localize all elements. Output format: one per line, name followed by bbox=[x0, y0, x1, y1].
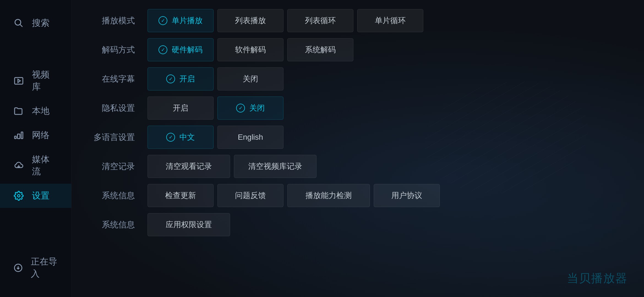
label-feedback: 问题反馈 bbox=[235, 190, 266, 201]
sidebar-label-settings: 设置 bbox=[32, 190, 50, 202]
search-icon bbox=[13, 18, 24, 29]
label-subtitle-on: 开启 bbox=[179, 74, 195, 84]
option-subtitle-on[interactable]: 开启 bbox=[148, 67, 214, 90]
options-play-mode: 单片播放 列表播放 列表循环 单片循环 bbox=[148, 9, 627, 32]
option-single-play[interactable]: 单片播放 bbox=[148, 9, 214, 32]
check-single-play bbox=[159, 16, 167, 25]
row-play-mode: 播放模式 单片播放 列表播放 列表循环 单片循环 bbox=[88, 8, 627, 33]
sidebar-item-importing[interactable]: 正在导入 bbox=[0, 250, 71, 286]
sidebar-label-video-library: 视频库 bbox=[32, 69, 58, 93]
svg-point-8 bbox=[18, 195, 20, 197]
label-system-info-2: 系统信息 bbox=[88, 219, 143, 230]
option-single-loop[interactable]: 单片循环 bbox=[357, 9, 423, 32]
svg-rect-2 bbox=[15, 78, 23, 84]
row-clear-records: 清空记录 清空观看记录 清空视频库记录 bbox=[88, 154, 627, 179]
label-single-loop: 单片循环 bbox=[375, 15, 406, 26]
label-check-update: 检查更新 bbox=[165, 190, 196, 201]
check-privacy-off bbox=[236, 104, 245, 112]
check-subtitle-on bbox=[166, 75, 175, 83]
option-list-loop[interactable]: 列表循环 bbox=[287, 9, 353, 32]
row-privacy: 隐私设置 开启 关闭 bbox=[88, 96, 627, 120]
row-online-subtitle: 在线字幕 开启 关闭 bbox=[88, 67, 627, 91]
label-user-agreement: 用户协议 bbox=[391, 190, 422, 201]
option-feedback[interactable]: 问题反馈 bbox=[217, 184, 283, 207]
options-privacy: 开启 关闭 bbox=[148, 97, 627, 120]
row-system-info-1: 系统信息 检查更新 问题反馈 播放能力检测 用户协议 bbox=[88, 183, 627, 208]
label-single-play: 单片播放 bbox=[172, 15, 203, 26]
sidebar-label-local: 本地 bbox=[32, 105, 50, 117]
svg-line-1 bbox=[20, 24, 22, 27]
label-hardware-decode: 硬件解码 bbox=[172, 45, 203, 55]
option-app-permissions[interactable]: 应用权限设置 bbox=[148, 213, 230, 236]
option-privacy-off[interactable]: 关闭 bbox=[217, 97, 283, 120]
label-decode-mode: 解码方式 bbox=[88, 44, 143, 56]
sidebar-item-media-stream[interactable]: 媒体流 bbox=[0, 147, 71, 184]
option-system-decode[interactable]: 系统解码 bbox=[287, 38, 353, 61]
label-app-permissions: 应用权限设置 bbox=[166, 219, 212, 230]
label-play-mode: 播放模式 bbox=[88, 15, 143, 26]
settings-icon bbox=[13, 190, 24, 201]
label-list-play: 列表播放 bbox=[235, 15, 266, 26]
cloud-icon bbox=[13, 160, 24, 171]
row-decode-mode: 解码方式 硬件解码 软件解码 系统解码 bbox=[88, 37, 627, 62]
label-english: English bbox=[238, 133, 263, 142]
sidebar-item-settings[interactable]: 设置 bbox=[0, 184, 71, 208]
app-layout: 搜索 视频库 本地 网络 媒 bbox=[0, 0, 644, 297]
options-clear-records: 清空观看记录 清空视频库记录 bbox=[148, 155, 627, 178]
label-subtitle-off: 关闭 bbox=[243, 74, 258, 84]
label-chinese: 中文 bbox=[179, 132, 195, 142]
sidebar-label-importing: 正在导入 bbox=[31, 256, 58, 280]
options-language: 中文 English bbox=[148, 126, 627, 149]
options-system-info-2: 应用权限设置 bbox=[148, 213, 627, 236]
svg-rect-6 bbox=[21, 132, 23, 139]
label-privacy-off: 关闭 bbox=[249, 103, 265, 113]
video-library-icon bbox=[13, 75, 24, 86]
sidebar-item-search[interactable]: 搜索 bbox=[0, 11, 71, 35]
download-icon bbox=[13, 262, 23, 273]
option-subtitle-off[interactable]: 关闭 bbox=[217, 67, 283, 90]
label-software-decode: 软件解码 bbox=[235, 45, 266, 55]
options-system-info-1: 检查更新 问题反馈 播放能力检测 用户协议 bbox=[148, 184, 627, 207]
option-chinese[interactable]: 中文 bbox=[148, 126, 214, 149]
folder-icon bbox=[13, 106, 24, 117]
label-clear-records: 清空记录 bbox=[88, 161, 143, 172]
option-user-agreement[interactable]: 用户协议 bbox=[374, 184, 440, 207]
settings-panel: 播放模式 单片播放 列表播放 列表循环 单片循环 解码方式 bbox=[72, 0, 644, 297]
option-list-play[interactable]: 列表播放 bbox=[217, 9, 283, 32]
sidebar-item-video-library[interactable]: 视频库 bbox=[0, 63, 71, 99]
check-chinese bbox=[166, 133, 175, 142]
options-online-subtitle: 开启 关闭 bbox=[148, 67, 627, 90]
options-decode-mode: 硬件解码 软件解码 系统解码 bbox=[148, 38, 627, 61]
option-hardware-decode[interactable]: 硬件解码 bbox=[148, 38, 214, 61]
svg-rect-5 bbox=[18, 134, 20, 139]
label-privacy: 隐私设置 bbox=[88, 103, 143, 114]
option-clear-watch[interactable]: 清空观看记录 bbox=[148, 155, 230, 178]
row-system-info-2: 系统信息 应用权限设置 bbox=[88, 212, 627, 237]
label-play-detect: 播放能力检测 bbox=[305, 190, 352, 201]
svg-rect-4 bbox=[15, 136, 16, 139]
label-online-subtitle: 在线字幕 bbox=[88, 73, 143, 85]
sidebar: 搜索 视频库 本地 网络 媒 bbox=[0, 0, 72, 297]
sidebar-label-media-stream: 媒体流 bbox=[32, 153, 58, 178]
network-icon bbox=[13, 130, 24, 141]
row-language: 多语言设置 中文 English bbox=[88, 125, 627, 150]
option-play-detect[interactable]: 播放能力检测 bbox=[287, 184, 370, 207]
option-english[interactable]: English bbox=[217, 126, 283, 149]
sidebar-label-search: 搜索 bbox=[32, 17, 50, 29]
option-clear-library[interactable]: 清空视频库记录 bbox=[234, 155, 316, 178]
sidebar-label-network: 网络 bbox=[32, 129, 50, 141]
option-check-update[interactable]: 检查更新 bbox=[148, 184, 214, 207]
svg-point-0 bbox=[15, 20, 21, 25]
svg-marker-3 bbox=[18, 79, 20, 82]
sidebar-item-local[interactable]: 本地 bbox=[0, 99, 71, 123]
label-privacy-on: 开启 bbox=[173, 103, 188, 113]
check-hardware-decode bbox=[159, 45, 167, 54]
label-list-loop: 列表循环 bbox=[305, 15, 336, 26]
label-system-info-1: 系统信息 bbox=[88, 190, 143, 201]
label-system-decode: 系统解码 bbox=[305, 45, 336, 55]
label-language: 多语言设置 bbox=[88, 132, 143, 143]
label-clear-watch: 清空观看记录 bbox=[166, 161, 212, 172]
option-privacy-on[interactable]: 开启 bbox=[148, 97, 214, 120]
option-software-decode[interactable]: 软件解码 bbox=[217, 38, 283, 61]
sidebar-item-network[interactable]: 网络 bbox=[0, 123, 71, 147]
